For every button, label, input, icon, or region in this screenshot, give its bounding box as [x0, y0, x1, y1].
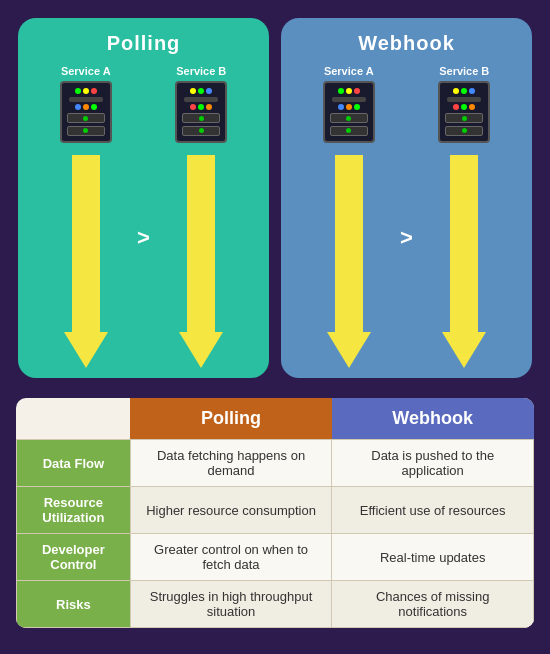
row-webhook-value: Chances of missing notifications	[332, 581, 534, 628]
row-webhook-value: Real-time updates	[332, 534, 534, 581]
row-webhook-value: Data is pushed to the application	[332, 440, 534, 487]
polling-server-b-icon	[175, 81, 227, 143]
polling-arrow-head-left	[64, 332, 108, 368]
polling-title: Polling	[107, 32, 181, 55]
table-row: Data FlowData fetching happens on demand…	[17, 440, 534, 487]
webhook-arrows: >	[291, 151, 522, 368]
webhook-arrow-head-right	[442, 332, 486, 368]
polling-chevron: >	[137, 225, 150, 251]
webhook-arrow-left	[291, 155, 407, 368]
webhook-service-b-label: Service B	[439, 65, 489, 77]
webhook-diagram: Webhook Service A	[281, 18, 532, 378]
row-label: Resource Utilization	[17, 487, 131, 534]
row-polling-value: Data fetching happens on demand	[130, 440, 332, 487]
polling-service-a-label: Service A	[61, 65, 111, 77]
polling-server-a-icon	[60, 81, 112, 143]
header-empty	[17, 398, 131, 440]
polling-arrows: >	[28, 151, 259, 368]
polling-arrow-right	[144, 155, 260, 368]
polling-service-b-label: Service B	[176, 65, 226, 77]
webhook-server-b-icon	[438, 81, 490, 143]
webhook-chevron: >	[400, 225, 413, 251]
table-row: Developer ControlGreater control on when…	[17, 534, 534, 581]
polling-arrow-head-right	[179, 332, 223, 368]
polling-arrow-shaft-right	[187, 155, 215, 332]
table-row: Resource UtilizationHigher resource cons…	[17, 487, 534, 534]
top-section: Polling Service A	[0, 0, 550, 390]
polling-arrow-shaft-left	[72, 155, 100, 332]
bottom-section: Polling Webhook Data FlowData fetching h…	[0, 390, 550, 654]
webhook-arrow-right	[407, 155, 523, 368]
webhook-title: Webhook	[358, 32, 455, 55]
row-label: Risks	[17, 581, 131, 628]
row-polling-value: Higher resource consumption	[130, 487, 332, 534]
row-label: Data Flow	[17, 440, 131, 487]
header-polling: Polling	[130, 398, 332, 440]
table-row: RisksStruggles in high throughput situat…	[17, 581, 534, 628]
polling-servers-row: Service A	[28, 65, 259, 143]
comparison-table: Polling Webhook Data FlowData fetching h…	[16, 398, 534, 628]
row-polling-value: Greater control on when to fetch data	[130, 534, 332, 581]
row-webhook-value: Efficient use of resources	[332, 487, 534, 534]
polling-arrow-left	[28, 155, 144, 368]
webhook-arrow-shaft-left	[335, 155, 363, 332]
webhook-service-a-label: Service A	[324, 65, 374, 77]
webhook-arrow-head-left	[327, 332, 371, 368]
webhook-servers-row: Service A	[291, 65, 522, 143]
webhook-service-b-container: Service B	[438, 65, 490, 143]
webhook-server-a-icon	[323, 81, 375, 143]
webhook-arrow-shaft-right	[450, 155, 478, 332]
webhook-service-a-container: Service A	[323, 65, 375, 143]
row-label: Developer Control	[17, 534, 131, 581]
polling-diagram: Polling Service A	[18, 18, 269, 378]
header-webhook: Webhook	[332, 398, 534, 440]
row-polling-value: Struggles in high throughput situation	[130, 581, 332, 628]
polling-service-a-container: Service A	[60, 65, 112, 143]
polling-service-b-container: Service B	[175, 65, 227, 143]
